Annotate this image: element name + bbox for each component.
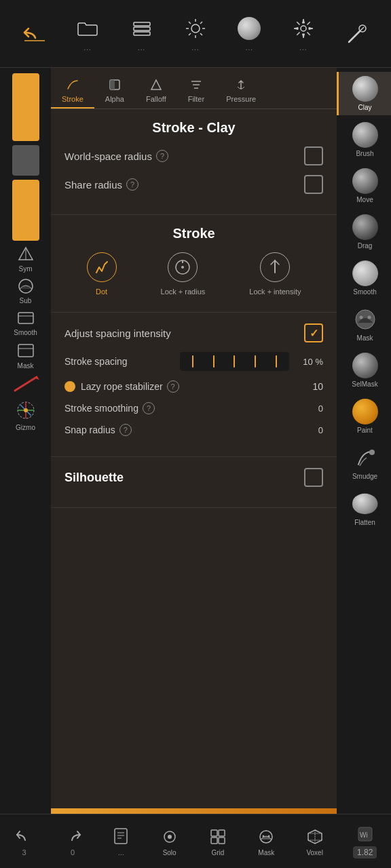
flatten-label: Flatten: [354, 519, 375, 526]
stroke-smoothing-label: Stroke smoothing ?: [64, 402, 173, 414]
tab-filter[interactable]: Filter: [177, 73, 215, 108]
adjust-spacing-checkbox[interactable]: [304, 323, 323, 342]
solo-label: Solo: [163, 849, 176, 856]
pressure-tab-icon: [234, 77, 248, 92]
sidebar-item-mask[interactable]: Mask: [16, 340, 36, 370]
brush-stroke-preview[interactable]: [12, 374, 39, 394]
color-swatch-secondary[interactable]: [12, 145, 39, 176]
svg-point-50: [168, 835, 172, 839]
world-space-help[interactable]: ?: [156, 150, 168, 162]
wrench-icon: [344, 21, 370, 47]
tab-falloff[interactable]: Falloff: [135, 73, 177, 108]
stroke-spacing-slider[interactable]: [180, 352, 289, 371]
top-tool-extra[interactable]: [344, 21, 370, 47]
tool-smudge[interactable]: Smudge: [337, 441, 391, 484]
svg-rect-51: [211, 830, 217, 836]
drag-icon: [352, 214, 378, 240]
svg-point-39: [181, 266, 184, 269]
redo-count: 0: [71, 848, 75, 856]
adjust-spacing-label: Adjust spacing intensity: [64, 328, 171, 339]
wi-badge: 1.82: [353, 846, 377, 859]
color-swatch-primary[interactable]: [12, 73, 39, 141]
material-icon: [236, 16, 262, 41]
lock-intensity-label: Lock + intensity: [249, 288, 301, 296]
bottom-undo[interactable]: 3: [14, 826, 35, 856]
svg-line-24: [15, 377, 37, 391]
panel-title: Stroke - Clay: [64, 120, 323, 136]
svg-point-30: [24, 408, 28, 412]
top-tool-undo[interactable]: [21, 21, 47, 47]
lighting-dots: ...: [191, 44, 199, 52]
tool-move[interactable]: Move: [337, 164, 391, 208]
tab-alpha[interactable]: Alpha: [94, 73, 135, 108]
top-tool-layers[interactable]: ...: [129, 16, 155, 52]
color-swatch-tertiary[interactable]: [12, 180, 39, 241]
tab-falloff-label: Falloff: [146, 95, 166, 103]
brush-icon: [352, 122, 378, 148]
flatten-icon: [352, 491, 378, 517]
bottom-document[interactable]: ...: [111, 826, 131, 856]
top-tool-files[interactable]: ...: [75, 16, 100, 52]
tool-selmask[interactable]: SelMask: [337, 349, 391, 392]
svg-point-13: [301, 26, 306, 31]
voxel-icon: [305, 827, 325, 847]
silhouette-checkbox[interactable]: [304, 468, 323, 487]
mask-bottom-label: Mask: [258, 849, 274, 856]
lock-radius-icon: [168, 252, 198, 282]
tool-flatten[interactable]: Flatten: [337, 487, 391, 530]
solo-icon: [160, 827, 180, 847]
tool-mask[interactable]: Mask: [337, 302, 391, 346]
top-tool-settings[interactable]: ...: [291, 16, 316, 52]
share-radius-label: Share radius ?: [64, 178, 138, 191]
tab-stroke[interactable]: Stroke: [51, 73, 94, 108]
dot-stroke-icon: [87, 252, 117, 282]
top-tool-material[interactable]: ...: [236, 16, 262, 52]
bottom-solo[interactable]: Solo: [160, 827, 180, 856]
lock-radius-label: Lock + radius: [161, 288, 206, 296]
svg-rect-53: [211, 837, 217, 844]
tool-clay[interactable]: Clay: [337, 72, 391, 115]
bottom-grid[interactable]: Grid: [208, 827, 228, 856]
top-tool-lighting[interactable]: ...: [183, 16, 208, 52]
bottom-mask[interactable]: Mask: [256, 827, 276, 856]
bottom-voxel[interactable]: Voxel: [305, 827, 325, 856]
clay-label: Clay: [358, 104, 371, 111]
svg-point-57: [268, 835, 270, 837]
svg-line-12: [189, 33, 191, 35]
sidebar-item-gizmo[interactable]: Gizmo: [14, 398, 38, 431]
selmask-label: SelMask: [352, 380, 377, 388]
sub-label: Sub: [20, 297, 32, 304]
bottom-redo[interactable]: 0: [62, 826, 83, 856]
stroke-type-lock-radius[interactable]: Lock + radius: [161, 252, 206, 296]
tool-paint[interactable]: Paint: [337, 395, 391, 438]
tool-drag[interactable]: Drag: [337, 210, 391, 254]
spacing-section: Adjust spacing intensity Stroke spacing: [51, 313, 337, 457]
share-radius-checkbox[interactable]: [304, 175, 323, 194]
adjust-spacing-row: Adjust spacing intensity: [64, 323, 323, 342]
stroke-type-lock-intensity[interactable]: Lock + intensity: [249, 252, 301, 296]
mask-label: Mask: [357, 334, 373, 342]
smudge-icon: [352, 445, 378, 471]
world-space-row: World-space radius ?: [64, 146, 323, 165]
tool-smooth[interactable]: Smooth: [337, 256, 391, 300]
document-dots: ...: [118, 848, 124, 856]
snap-radius-label: Snap radius ?: [64, 424, 173, 436]
lazy-rope-help[interactable]: ?: [167, 380, 179, 393]
tool-brush[interactable]: Brush: [337, 118, 391, 161]
lazy-rope-dot: [64, 381, 75, 392]
sidebar-item-smooth[interactable]: Smooth: [14, 309, 37, 336]
stroke-smoothing-help[interactable]: ?: [143, 402, 155, 414]
stroke-type-dot[interactable]: Dot: [87, 252, 117, 296]
smooth-label: Smooth: [353, 288, 376, 296]
svg-rect-22: [18, 344, 33, 357]
undo-bottom-icon: [14, 826, 35, 846]
world-space-checkbox[interactable]: [304, 146, 323, 165]
stroke-types: Dot Lock + radius: [64, 252, 323, 296]
share-radius-help[interactable]: ?: [126, 178, 138, 191]
bottom-wi[interactable]: Wi 1.82: [353, 824, 377, 859]
snap-radius-help[interactable]: ?: [119, 424, 132, 436]
sidebar-item-sym[interactable]: Sym: [16, 245, 36, 273]
sidebar-item-sub[interactable]: Sub: [16, 277, 36, 304]
tab-pressure[interactable]: Pressure: [215, 73, 267, 108]
sym-label: Sym: [19, 265, 33, 273]
